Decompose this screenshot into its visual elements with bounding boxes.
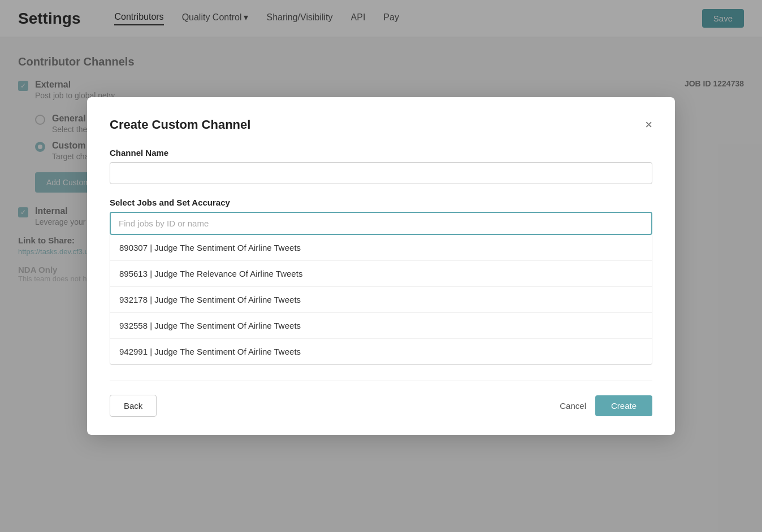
modal-overlay: Create Custom Channel × Channel Name Sel… — [0, 0, 762, 532]
jobs-list: 890307 | Judge The Sentiment Of Airline … — [110, 235, 652, 365]
list-item[interactable]: 942991 | Judge The Sentiment Of Airline … — [110, 339, 652, 364]
modal-close-button[interactable]: × — [645, 119, 652, 131]
channel-name-input[interactable] — [110, 162, 652, 184]
create-custom-channel-modal: Create Custom Channel × Channel Name Sel… — [87, 97, 675, 435]
channel-name-section: Channel Name — [110, 148, 652, 198]
list-item[interactable]: 932178 | Judge The Sentiment Of Airline … — [110, 287, 652, 313]
modal-footer-right: Cancel Create — [560, 395, 652, 416]
modal-title: Create Custom Channel — [110, 117, 250, 132]
list-item[interactable]: 932558 | Judge The Sentiment Of Airline … — [110, 313, 652, 339]
list-item[interactable]: 890307 | Judge The Sentiment Of Airline … — [110, 235, 652, 261]
list-item[interactable]: 895613 | Judge The Relevance Of Airline … — [110, 261, 652, 287]
modal-divider — [110, 381, 652, 381]
modal-footer: Back Cancel Create — [110, 395, 652, 417]
jobs-label: Select Jobs and Set Accuracy — [110, 198, 652, 207]
create-button[interactable]: Create — [595, 395, 652, 416]
cancel-button[interactable]: Cancel — [560, 401, 586, 411]
modal-header: Create Custom Channel × — [110, 117, 652, 132]
jobs-search-input[interactable] — [110, 212, 652, 235]
channel-name-label: Channel Name — [110, 148, 652, 158]
jobs-section: Select Jobs and Set Accuracy 890307 | Ju… — [110, 198, 652, 365]
back-button[interactable]: Back — [110, 395, 157, 417]
